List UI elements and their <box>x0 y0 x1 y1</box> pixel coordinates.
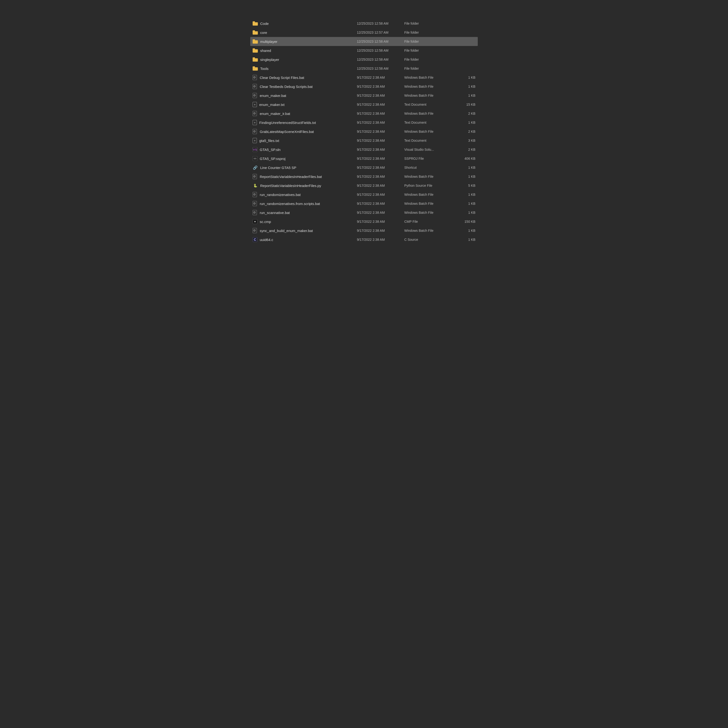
file-name: uuid64.c <box>260 238 273 242</box>
file-row[interactable]: gta5_files.txt 9/17/2022 2:38 AM Text Do… <box>250 136 478 145</box>
file-type: Visual Studio Solu... <box>404 148 456 151</box>
file-row[interactable]: ⚙ Clear Testbeds Debug Scripts.bat 9/17/… <box>250 82 478 91</box>
file-name-cell: shared <box>252 48 357 53</box>
file-date: 9/17/2022 2:38 AM <box>357 130 404 133</box>
file-name: run_randomizenatives.from.scripts.bat <box>260 202 320 206</box>
batch-icon: ⚙ <box>252 228 257 233</box>
file-name-cell: ⚙ run_scannative.bat <box>252 210 357 215</box>
file-date: 12/25/2023 12:58 AM <box>357 49 404 52</box>
batch-icon: ⚙ <box>252 201 257 206</box>
file-type: CMP File <box>404 220 456 223</box>
file-name-cell: C uuid64.c <box>252 237 357 242</box>
file-name-cell: enum_maker.txt <box>252 102 357 107</box>
file-row[interactable]: Tools 12/25/2023 12:58 AM File folder <box>250 64 478 73</box>
file-size: 1 KB <box>456 85 476 89</box>
file-name: Tools <box>260 67 269 70</box>
file-size: 406 KB <box>456 157 476 161</box>
file-row[interactable]: singleplayer 12/25/2023 12:58 AM File fo… <box>250 55 478 64</box>
batch-icon: ⚙ <box>252 75 257 80</box>
file-row[interactable]: FindingUnreferencedStructFields.txt 9/17… <box>250 118 478 127</box>
vs-icon: VS <box>252 147 257 152</box>
file-size: 15 KB <box>456 102 476 106</box>
file-name: ReportStaticVariablesInHeaderFiles.bat <box>260 175 322 179</box>
file-row[interactable]: ■ sc.cmp 9/17/2022 2:38 AM CMP File 150 … <box>250 217 478 226</box>
file-name: Line Counter GTA5 SP <box>260 166 296 170</box>
file-type: File folder <box>404 58 456 61</box>
file-row[interactable]: multiplayer 12/25/2023 12:58 AM File fol… <box>250 37 478 46</box>
file-size: 5 KB <box>456 184 476 187</box>
file-size: 1 KB <box>456 175 476 179</box>
file-date: 9/17/2022 2:38 AM <box>357 202 404 205</box>
file-date: 9/17/2022 2:38 AM <box>357 157 404 161</box>
file-row[interactable]: shared 12/25/2023 12:58 AM File folder <box>250 46 478 55</box>
file-row[interactable]: ⚙ run_randomizenatives.from.scripts.bat … <box>250 199 478 208</box>
file-size: 2 KB <box>456 112 476 115</box>
file-row[interactable]: ⚙ enum_maker_ir.bat 9/17/2022 2:38 AM Wi… <box>250 109 478 118</box>
file-name-cell: ⚙ run_randomizenatives.from.scripts.bat <box>252 201 357 206</box>
file-type: Windows Batch File <box>404 112 456 115</box>
file-row[interactable]: 🔗 Line Counter GTA5 SP 9/17/2022 2:38 AM… <box>250 163 478 172</box>
file-row[interactable]: ⚙ enum_maker.bat 9/17/2022 2:38 AM Windo… <box>250 91 478 100</box>
file-type: File folder <box>404 49 456 52</box>
file-row[interactable]: ⚙ ReportStaticVariablesInHeaderFiles.bat… <box>250 172 478 181</box>
file-type: Windows Batch File <box>404 229 456 232</box>
file-row[interactable]: ⚙ Clear Debug Script Files.bat 9/17/2022… <box>250 73 478 82</box>
file-row[interactable]: ⚙ run_randomizenatives.bat 9/17/2022 2:3… <box>250 190 478 199</box>
batch-icon: ⚙ <box>252 210 257 215</box>
file-date: 9/17/2022 2:38 AM <box>357 139 404 142</box>
batch-icon: ⚙ <box>252 192 257 197</box>
file-date: 9/17/2022 2:38 AM <box>357 229 404 232</box>
file-name-cell: SS GTA5_SP.ssproj <box>252 156 357 161</box>
batch-icon: ⚙ <box>252 93 257 98</box>
file-type: File folder <box>404 40 456 43</box>
file-date: 9/17/2022 2:38 AM <box>357 238 404 242</box>
file-type: Text Document <box>404 121 456 124</box>
file-date: 9/17/2022 2:38 AM <box>357 211 404 214</box>
file-list: Code 12/25/2023 12:58 AM File folder cor… <box>250 19 478 244</box>
file-name-cell: singleplayer <box>252 57 357 62</box>
file-date: 12/25/2023 12:58 AM <box>357 21 404 25</box>
file-type: Shortcut <box>404 166 456 170</box>
file-size: 1 KB <box>456 211 476 214</box>
file-type: File folder <box>404 21 456 25</box>
file-name-cell: 🔗 Line Counter GTA5 SP <box>252 165 357 170</box>
file-row[interactable]: core 12/25/2023 12:57 AM File folder <box>250 28 478 37</box>
file-name: enum_maker.txt <box>259 102 284 107</box>
file-name-cell: FindingUnreferencedStructFields.txt <box>252 120 357 125</box>
file-name: sync_and_build_enum_maker.bat <box>260 229 313 233</box>
file-name-cell: ⚙ Clear Debug Script Files.bat <box>252 75 357 80</box>
file-row[interactable]: VS GTA5_SP.sln 9/17/2022 2:38 AM Visual … <box>250 145 478 154</box>
file-date: 9/17/2022 2:38 AM <box>357 102 404 106</box>
file-date: 12/25/2023 12:57 AM <box>357 31 404 34</box>
file-row[interactable]: ⚙ sync_and_build_enum_maker.bat 9/17/202… <box>250 226 478 235</box>
file-row[interactable]: SS GTA5_SP.ssproj 9/17/2022 2:38 AM SSPR… <box>250 154 478 163</box>
file-type: Windows Batch File <box>404 93 456 97</box>
file-row[interactable]: Code 12/25/2023 12:58 AM File folder <box>250 19 478 28</box>
file-name-cell: ⚙ enum_maker.bat <box>252 93 357 98</box>
file-name-cell: ⚙ GrabLatestMapSceneXmlFiles.bat <box>252 129 357 134</box>
file-name: ReportStaticVariablesInHeaderFiles.py <box>260 184 321 188</box>
file-row[interactable]: 🐍 ReportStaticVariablesInHeaderFiles.py … <box>250 181 478 190</box>
file-size: 1 KB <box>456 76 476 80</box>
file-name: Clear Testbeds Debug Scripts.bat <box>260 85 313 89</box>
file-name: GrabLatestMapSceneXmlFiles.bat <box>260 130 314 134</box>
file-type: Text Document <box>404 139 456 142</box>
file-name-cell: ⚙ run_randomizenatives.bat <box>252 192 357 197</box>
file-size: 150 KB <box>456 220 476 223</box>
file-date: 9/17/2022 2:38 AM <box>357 184 404 187</box>
file-type: Windows Batch File <box>404 202 456 205</box>
file-name: multiplayer <box>260 40 277 44</box>
file-type: C Source <box>404 238 456 242</box>
file-row[interactable]: ⚙ GrabLatestMapSceneXmlFiles.bat 9/17/20… <box>250 127 478 136</box>
folder-icon <box>252 48 258 53</box>
file-row[interactable]: C uuid64.c 9/17/2022 2:38 AM C Source 1 … <box>250 235 478 244</box>
file-type: File folder <box>404 67 456 70</box>
csource-icon: C <box>252 237 257 242</box>
file-row[interactable]: enum_maker.txt 9/17/2022 2:38 AM Text Do… <box>250 100 478 109</box>
file-type: SSPROJ File <box>404 157 456 161</box>
file-name: GTA5_SP.sln <box>260 148 281 151</box>
file-row[interactable]: ⚙ run_scannative.bat 9/17/2022 2:38 AM W… <box>250 208 478 217</box>
folder-icon <box>252 66 258 70</box>
file-name-cell: ⚙ enum_maker_ir.bat <box>252 111 357 116</box>
file-name-cell: ⚙ Clear Testbeds Debug Scripts.bat <box>252 84 357 89</box>
